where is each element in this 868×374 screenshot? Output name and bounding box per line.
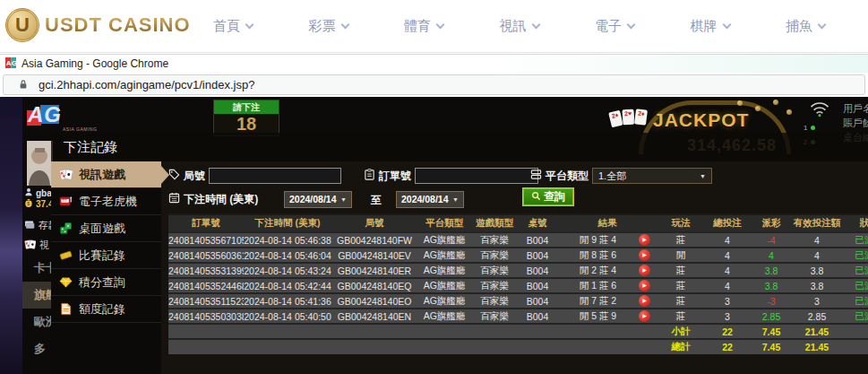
subtotal-row: 小計 22 7.45 21.45 [168,324,868,339]
logo-badge-icon: U [5,8,39,42]
ag-game-logo: AG ASIA GAMING [27,102,107,135]
result-text: 閒 5 莊 9 [557,310,639,323]
bet-time-label: 下注時間 (美東) [184,192,258,207]
order-label: 訂單號 [379,169,411,184]
search-button[interactable]: 查詢 [522,187,574,206]
svg-text:G: G [12,59,16,67]
time-cell: 2024-08-14 05:43:24 [244,263,331,278]
nav-cards[interactable]: 棋牌 [691,18,730,35]
table-row: 2408140535244682024-08-14 05:42:44GB0042… [168,278,868,293]
video-games-tab[interactable]: K 視 [24,239,49,252]
menu-item-points-query[interactable]: 積分查詢 [51,269,161,296]
lock-icon[interactable] [19,77,28,93]
bet_side-cell: 莊 [657,309,704,324]
valid-cell: 3.8 [792,278,842,293]
table-cell: B004 [518,232,557,248]
lobby-item[interactable]: 旗艦 [22,282,54,309]
game-cell: 百家樂 [471,309,518,324]
replay-button[interactable]: ▶ [639,295,650,307]
lobby-item[interactable]: 多 [22,335,54,362]
ag-logo-subtext: ASIA GAMING [63,126,97,132]
menu-item-table-games[interactable]: 桌面遊戲 [51,215,161,242]
round-cell: GB004248140ER [331,263,417,278]
nav-sports[interactable]: 體育 [404,18,443,35]
jackpot-label: JACKPOT [653,109,749,131]
replay-button[interactable]: ▶ [639,234,650,246]
column-header: 下注時間 (美東) [244,214,331,232]
table-row: 2408140535030382024-08-14 05:40:50GB0042… [168,309,868,324]
menu-item-match-records[interactable]: 比賽記錄 [51,242,161,269]
nav-fishing[interactable]: 捕魚 [786,18,825,35]
bet_side-cell: 莊 [657,293,704,309]
grand-total-total: 22 [704,339,751,354]
date-from-picker[interactable]: 2024/08/14▼ [284,191,352,208]
total-cell: 4 [704,278,751,293]
chrome-urlrow: gci.2hhapi.com/agingame/pcv1/index.jsp? [0,73,868,97]
replay-button[interactable]: ▶ [639,265,650,276]
valid-cell: 4 [792,232,842,248]
site-logo[interactable]: U USDT CASINO [5,8,191,42]
grand-total-label: 總計 [657,339,704,354]
calendar-icon [168,191,180,207]
result-text: 閒 2 莊 4 [557,265,639,277]
wallet-card-icon [24,221,35,231]
dealer-avatar [27,141,53,186]
table-cell: B004 [518,309,557,324]
round-input[interactable] [209,168,341,184]
lobby-item[interactable]: 歐洲 [22,309,54,335]
nav-label: 電子 [595,18,622,35]
bet_side-cell: 莊 [657,263,704,278]
order-cell: 240814053567105 [168,232,244,248]
valid-cell: 2.85 [792,309,842,324]
round-cell: GB004248140EO [331,293,417,309]
status-cell: 已派彩 [842,248,868,263]
nav-lottery[interactable]: 彩票 [309,18,348,35]
lobby-item[interactable]: 卡卡 [22,255,54,282]
column-header: 總投注 [704,214,751,232]
site-header: U USDT CASINO 首頁 彩票 體育 視訊 電子 棋牌 捕魚 [0,0,868,53]
url-text: gci.2hhapi.com/agingame/pcv1/index.jsp? [39,78,254,91]
column-header: 玩法 [657,214,704,232]
modal-title: 下注記錄 [51,133,868,161]
table-row: 2408140535671052024-08-14 05:46:38GB0042… [168,232,868,248]
table-info-label: 賬戶餘 [843,116,868,130]
menu-item-label: 額度記錄 [79,301,125,317]
tag-icon [168,168,180,184]
nav-slots[interactable]: 電子 [595,18,634,35]
playing-card-icon: 2♥ [622,109,634,126]
menu-item-video-games[interactable]: K 視訊遊戲 [51,161,161,188]
payout-cell: 4 [751,248,792,263]
payout-cell: 3.8 [751,263,792,278]
slot-icon: 777 [59,195,73,208]
payout-cell: 3.8 [751,278,792,293]
nav-live[interactable]: 視訊 [500,18,539,35]
order-input[interactable] [415,168,538,184]
column-header: 結果 [557,214,657,232]
address-bar[interactable]: gci.2hhapi.com/agingame/pcv1/index.jsp? [3,74,865,95]
replay-button[interactable]: ▶ [639,280,650,291]
menu-item-credit-records[interactable]: 額度記錄 [51,296,161,323]
menu-item-slot-machines[interactable]: 777 電子老虎機 [51,188,161,215]
to-label: 至 [371,193,382,208]
chevron-down-icon [531,20,540,29]
order-cell: 240814053524468 [168,278,244,293]
result-cell: 閒 8 莊 6 ▶ [557,248,657,263]
order-cell: 240814053511523 [168,293,244,309]
total-cell: 4 [704,232,751,248]
platform-label: 平台類型 [546,169,589,184]
time-cell: 2024-08-14 05:42:44 [244,278,331,293]
table-header-row: 訂單號下注時間 (美東)局號平台類型遊戲類型桌號結果玩法總投注派彩有效投注額狀態 [168,214,868,232]
countdown-label: 請下注 [214,100,279,114]
menu-item-label: 桌面遊戲 [79,221,125,237]
table-row: 2408140535603612024-08-14 05:46:04GB0042… [168,248,868,263]
replay-button[interactable]: ▶ [639,249,650,261]
result-text: 閒 8 莊 6 [557,249,639,262]
bet_side-cell: 閒 [657,248,704,263]
result-cell: 閒 7 莊 2 ▶ [557,293,657,309]
platform-select[interactable]: 1.全部▼ [592,168,712,184]
date-to-picker[interactable]: 2024/08/14▼ [396,191,464,208]
wifi-icon [809,100,830,121]
status-cell: 已派彩 [842,293,868,309]
nav-home[interactable]: 首頁 [213,18,253,35]
replay-button[interactable]: ▶ [639,310,650,322]
